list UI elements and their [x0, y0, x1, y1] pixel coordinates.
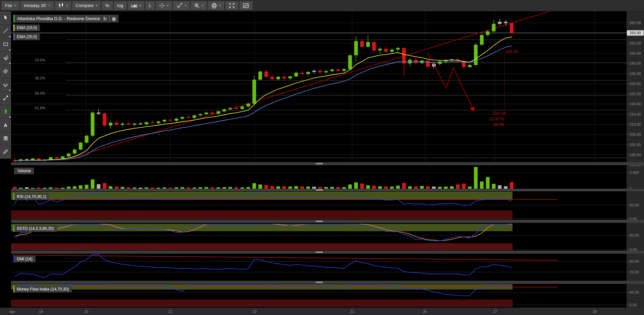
candle-body [264, 71, 268, 77]
volume-bar [306, 187, 310, 189]
candle-body [186, 117, 190, 118]
zoom-menu[interactable]: ▾ [191, 1, 207, 10]
volume-underlay-menu[interactable]: ▾ [127, 1, 145, 10]
freehand-tool[interactable] [0, 78, 11, 92]
chevron-down-icon: ▾ [14, 4, 16, 7]
volume-bar [444, 187, 448, 189]
divider-drag-handle[interactable] [316, 163, 323, 165]
time-axis-strip[interactable] [0, 308, 644, 315]
candle-body [247, 104, 250, 106]
candle-body [318, 71, 322, 72]
rsi-panel-label[interactable]: RSI (14,70,30,1) [13, 193, 49, 200]
volume-bar [402, 183, 406, 189]
snapshot-button[interactable] [239, 1, 253, 10]
candle-body [228, 108, 232, 110]
rectangle-tool[interactable] [0, 38, 11, 52]
trash-icon [3, 135, 9, 142]
volume-bar [282, 186, 286, 189]
file-menu[interactable]: File▾ [1, 1, 19, 10]
period-menu[interactable]: Intraday 30'▾ [20, 1, 54, 10]
delete-tool[interactable] [0, 132, 11, 145]
volume-bar [67, 187, 70, 189]
candle-body [372, 42, 376, 51]
divider-drag-handle[interactable] [316, 189, 323, 191]
candle-body [73, 149, 76, 153]
candle-body [282, 77, 286, 78]
detail-grid-icon[interactable]: ▦ [112, 16, 116, 21]
svg-text:220.00: 220.00 [630, 102, 641, 106]
candle-body [216, 111, 220, 114]
panel-divider[interactable] [11, 251, 644, 254]
fullscreen-button[interactable] [225, 1, 238, 10]
parallel-lines-tool[interactable] [0, 65, 11, 78]
ema20-label: EMA (20,0) [17, 35, 37, 39]
divider-drag-handle[interactable] [316, 282, 323, 283]
volume-bar [61, 188, 64, 189]
volume-bar [234, 187, 238, 189]
pointer-tool[interactable] [0, 11, 11, 25]
text-tool[interactable]: A [0, 119, 11, 132]
candle-body [378, 49, 382, 51]
symbol-legend[interactable]: Atlantska Plovidba D.D. - Redovne Dionic… [13, 15, 118, 22]
volume-bar [151, 188, 154, 189]
trendline-tool[interactable] [0, 25, 11, 38]
ssto-panel-label[interactable]: SSTO (14,3,3,80,20) [13, 225, 57, 232]
dmi-panel-label[interactable]: DMI (14) [13, 256, 36, 262]
labels-toggle[interactable]: L [145, 1, 155, 10]
ema20-legend[interactable]: EMA (20,0) [13, 34, 40, 40]
ema10-legend[interactable]: EMA (10,0) [13, 24, 40, 31]
volume-bar [312, 187, 316, 189]
volume-bar [288, 187, 292, 189]
candle-body [121, 124, 124, 125]
divider-drag-handle[interactable] [316, 221, 323, 222]
compare-menu[interactable]: Compare▾ [72, 1, 101, 10]
candle-body [103, 113, 106, 125]
log-scale-toggle-label: log [117, 3, 123, 8]
volume-bar [222, 187, 226, 189]
volume-bar [408, 186, 412, 189]
volume-bar [180, 187, 184, 189]
candle-body [199, 114, 202, 116]
panel-divider[interactable] [11, 220, 644, 223]
svg-text:255.00: 255.00 [630, 31, 641, 35]
magnifier-icon [194, 3, 200, 8]
pencil-icon [3, 148, 9, 156]
dmi-label: DMI (14) [17, 257, 33, 261]
chevron-down-icon: ▾ [66, 4, 68, 7]
print-menu[interactable]: ▾ [208, 1, 224, 10]
percent-toggle[interactable]: % [102, 1, 113, 10]
volume-bar [247, 187, 250, 189]
candle-body [163, 120, 166, 122]
candle-body [384, 49, 388, 52]
panel-divider[interactable] [11, 162, 644, 165]
volume-bar [145, 187, 148, 189]
edit-tool[interactable] [0, 145, 11, 159]
panel-divider[interactable] [11, 281, 644, 284]
ray-tool[interactable] [0, 92, 11, 105]
arrow-annotation-tool[interactable] [0, 52, 11, 65]
volume-bar [342, 187, 346, 189]
panel-divider[interactable] [11, 189, 644, 191]
volume-bars-icon [131, 3, 137, 8]
volume-bar [324, 187, 328, 189]
indicators-menu[interactable]: ▾ [173, 1, 190, 10]
divider-drag-handle[interactable] [316, 252, 323, 253]
volume-bar [420, 186, 424, 189]
double-arrow-icon [3, 55, 9, 62]
volume-bar [73, 186, 76, 189]
volume-bar [240, 187, 244, 189]
candle-body [510, 23, 514, 33]
chart-type-menu[interactable]: ▾ [55, 1, 71, 10]
candle-body [139, 124, 142, 124]
up-arrow-tool[interactable] [0, 105, 11, 119]
chart-canvas[interactable]: 23.6%38.2%50.0%61.8%244.00215.04-11.87%-… [0, 0, 644, 315]
candle-body [240, 107, 244, 109]
refresh-icon[interactable]: ↻ [103, 16, 107, 21]
log-scale-toggle[interactable]: log [114, 1, 127, 10]
candle-body [97, 113, 100, 114]
mfi-panel-label[interactable]: Money Flow Index (14,70,30) [13, 286, 72, 293]
volume-panel-label[interactable]: Volume [14, 168, 34, 174]
crosshair-menu[interactable]: ▾ [156, 1, 172, 10]
volume-bar [474, 167, 478, 189]
candle-body [55, 157, 58, 159]
